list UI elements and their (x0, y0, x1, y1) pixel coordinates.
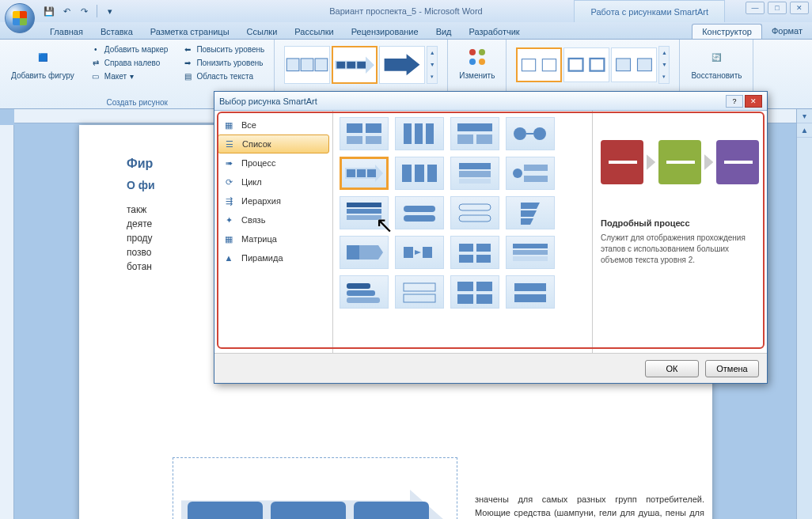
style-gallery-item[interactable] (563, 47, 609, 82)
tab-view[interactable]: Вид (427, 24, 461, 39)
layout-thumb[interactable] (340, 196, 389, 229)
svg-point-28 (514, 127, 526, 140)
tab-review[interactable]: Рецензирование (343, 24, 427, 39)
layout-label: Макет (104, 72, 127, 81)
add-bullet-button[interactable]: •Добавить маркер (87, 43, 172, 55)
svg-rect-17 (638, 59, 652, 71)
cancel-button[interactable]: Отмена (705, 360, 759, 377)
svg-rect-45 (347, 209, 381, 214)
svg-rect-20 (347, 136, 362, 144)
add-shape-button[interactable]: 🟦 Добавить фигуру (6, 43, 79, 82)
layout-gallery-item-selected[interactable] (332, 46, 378, 84)
scroll-up-icon[interactable]: ▲ (427, 47, 437, 59)
gallery-more-icon[interactable]: ▾ (659, 71, 669, 83)
tab-developer[interactable]: Разработчик (461, 24, 529, 39)
layout-thumb-selected[interactable] (340, 157, 389, 190)
smartart-block-3[interactable]: Успех (354, 502, 429, 519)
style-gallery-item[interactable] (611, 47, 657, 82)
cat-relationship[interactable]: ✦Связь (214, 210, 332, 229)
layout-thumb[interactable] (340, 236, 389, 269)
bullet-icon: • (90, 44, 101, 55)
rtl-button[interactable]: ⇄Справа налево (87, 56, 172, 69)
scroll-up-icon[interactable]: ▲ (797, 123, 812, 138)
change-colors-button[interactable]: Изменить (454, 43, 499, 81)
layout-thumb[interactable] (340, 117, 389, 150)
redo-icon[interactable]: ↷ (78, 5, 90, 17)
tab-references[interactable]: Ссылки (238, 24, 286, 39)
layout-thumb[interactable] (506, 236, 555, 269)
layout-thumb[interactable] (450, 275, 499, 309)
scroll-up-icon[interactable]: ▲ (659, 47, 669, 59)
scroll-down-icon[interactable]: ▼ (427, 59, 437, 70)
demote-label: Понизить уровень (196, 59, 263, 67)
save-icon[interactable]: 💾 (43, 5, 55, 17)
cat-pyramid[interactable]: ▲Пирамида (214, 248, 332, 267)
layout-thumb[interactable] (506, 275, 555, 309)
cat-cycle[interactable]: ⟳Цикл (214, 172, 332, 191)
layout-thumb[interactable] (450, 117, 499, 150)
style-gallery-scroll[interactable]: ▲▼▾ (658, 46, 670, 84)
svg-rect-24 (426, 123, 434, 144)
svg-rect-5 (347, 62, 356, 69)
cat-hierarchy-label: Иерархия (241, 196, 281, 206)
tab-insert[interactable]: Вставка (92, 24, 142, 39)
text-pane-button[interactable]: ▤Область текста (179, 70, 268, 82)
layout-thumb[interactable] (395, 236, 444, 269)
smartart-block-2[interactable]: Красота (271, 502, 346, 519)
smartart-object[interactable]: Здоровье Красота Успех (173, 457, 457, 519)
dialog-preview-pane: Подробный процесс Служит для отображения… (593, 111, 767, 353)
close-button[interactable]: ✕ (790, 2, 809, 14)
layout-thumb[interactable] (395, 275, 444, 309)
cat-matrix[interactable]: ▦Матрица (214, 229, 332, 248)
layout-thumb[interactable] (395, 117, 444, 150)
view-ruler-icon[interactable]: ▾ (797, 109, 812, 123)
svg-rect-37 (427, 165, 437, 182)
reset-graphic-button[interactable]: 🔄 Восстановить (686, 43, 746, 81)
layout-thumb[interactable] (506, 117, 555, 150)
layout-gallery-item[interactable] (379, 46, 425, 84)
layout-thumb[interactable] (450, 236, 499, 269)
style-gallery-item-selected[interactable] (516, 47, 562, 82)
cat-list[interactable]: ☰Список (218, 134, 329, 153)
tab-mailings[interactable]: Рассылки (286, 24, 342, 39)
layout-gallery-scroll[interactable]: ▲▼▾ (427, 46, 438, 84)
ruler-vertical[interactable] (0, 125, 14, 519)
tab-design[interactable]: Конструктор (692, 24, 762, 39)
svg-rect-67 (347, 290, 375, 296)
svg-rect-59 (459, 244, 473, 252)
promote-button[interactable]: ⬅Повысить уровень (179, 43, 268, 55)
minimize-button[interactable]: — (746, 2, 765, 14)
dialog-layout-grid (333, 111, 593, 353)
cat-all[interactable]: ▦Все (214, 116, 332, 134)
layout-thumb[interactable] (395, 196, 444, 229)
svg-rect-71 (457, 282, 473, 291)
gallery-more-icon[interactable]: ▾ (427, 71, 437, 83)
undo-icon[interactable]: ↶ (60, 5, 73, 17)
scroll-down-icon[interactable]: ▼ (659, 59, 669, 70)
maximize-button[interactable]: □ (768, 2, 787, 14)
preview-block-1 (601, 140, 643, 184)
tab-format[interactable]: Формат (762, 24, 812, 39)
tab-home[interactable]: Главная (41, 24, 92, 39)
layout-thumb[interactable] (395, 157, 444, 190)
layout-thumb[interactable] (506, 157, 555, 190)
dialog-close-button[interactable]: ✕ (745, 95, 762, 108)
svg-rect-21 (366, 136, 381, 144)
cat-process[interactable]: ➠Процесс (214, 153, 332, 172)
cat-hierarchy[interactable]: ⇶Иерархия (214, 191, 332, 210)
tab-page-layout[interactable]: Разметка страницы (142, 24, 238, 39)
smartart-block-1[interactable]: Здоровье (188, 502, 263, 519)
dialog-titlebar[interactable]: Выбор рисунка SmartArt ? ✕ (214, 92, 767, 111)
qat-dropdown-icon[interactable]: ▾ (104, 5, 116, 17)
office-button[interactable] (5, 3, 35, 33)
layout-gallery-item[interactable] (284, 46, 330, 84)
ok-button[interactable]: ОК (645, 360, 699, 377)
layout-button[interactable]: ▭Макет ▾ (87, 70, 172, 82)
dialog-help-button[interactable]: ? (726, 95, 743, 108)
svg-rect-48 (404, 215, 435, 222)
demote-button[interactable]: ➡Понизить уровень (179, 56, 268, 69)
layout-thumb[interactable] (506, 196, 555, 229)
layout-thumb[interactable] (450, 196, 499, 229)
layout-thumb[interactable] (340, 275, 389, 309)
layout-thumb[interactable] (450, 157, 499, 190)
